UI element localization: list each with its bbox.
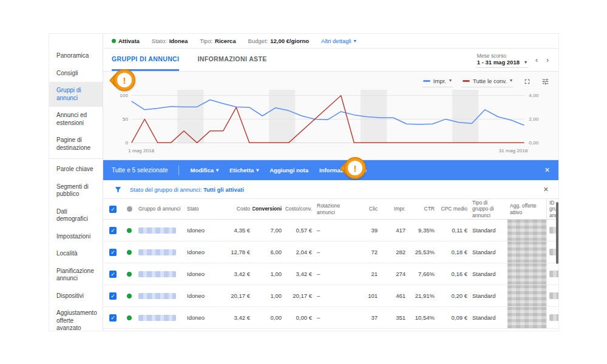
tabs: GRUPPI DI ANNUNCI INFORMAZIONI ASTE (112, 49, 267, 71)
date-range-button[interactable]: Mese scorso 1 - 31 mag 2018 ▾ (476, 52, 528, 68)
cell-clic: 37 (350, 314, 380, 321)
chart-section: Impr. ▾ Tutte le conv. ▾ 1005004,002,000… (103, 72, 558, 160)
menu-modifica[interactable]: Modifica ▾ (190, 167, 219, 174)
ad-group-name-redacted[interactable] (138, 293, 176, 299)
svg-text:100: 100 (120, 93, 128, 98)
ad-group-id-redacted (549, 314, 559, 321)
row-checkbox[interactable]: ✓ (109, 227, 117, 234)
ad-group-name-redacted[interactable] (138, 249, 176, 255)
campaign-status: Attivata (112, 38, 140, 44)
column-header-6[interactable]: Clic (350, 206, 380, 212)
sidebar-item-dati-demografici[interactable]: Dati demografici (49, 203, 103, 228)
cell-stato: Idoneo (185, 314, 219, 321)
row-checkbox[interactable]: ✓ (109, 249, 117, 256)
annotation-callout-ad-groups: ! (111, 69, 135, 91)
menu-aggiungi-nota[interactable]: Aggiungi nota (270, 167, 308, 174)
sidebar-item-pianificazione-annunci[interactable]: Pianificazione annunci (49, 263, 103, 288)
svg-text:50: 50 (123, 116, 129, 122)
column-header-10[interactable]: Tipo di gruppo di annunci (470, 200, 507, 218)
stato-value: Idonea (169, 38, 188, 44)
sidebar-item-dispositivi[interactable]: Dispositivi (49, 288, 103, 305)
filter-funnel-icon[interactable] (113, 184, 123, 194)
sidebar-item-panoramica[interactable]: Panoramica (49, 47, 103, 65)
row-checkbox[interactable]: ✓ (109, 314, 117, 322)
svg-text:0: 0 (125, 140, 128, 146)
sidebar-item-consigli[interactable]: Consigli (49, 65, 103, 83)
table-header: ✓ Gruppo di annunciStatoCostoConversioni… (103, 199, 558, 220)
cell-stato: Idoneo (185, 249, 219, 255)
column-header-3[interactable]: Conversioni (253, 206, 284, 212)
sidebar-item-parole-chiave[interactable]: Parole chiave (49, 161, 103, 178)
svg-text:1 mag 2018: 1 mag 2018 (128, 149, 155, 154)
enabled-status-dot (127, 228, 132, 233)
menu-etichetta[interactable]: Etichetta ▾ (229, 167, 259, 174)
remove-filter-icon[interactable]: ✕ (543, 186, 549, 194)
cell-tipo: Standard (470, 227, 507, 234)
campaign-status-label: Attivata (118, 38, 140, 44)
row-checkbox-cell: ✓ (103, 314, 123, 322)
cell-costo: 3,42 € (219, 271, 253, 277)
sidebar-item-annunci-ed-estensioni[interactable]: Annunci ed estensioni (49, 107, 103, 132)
column-header-5[interactable]: Rotazione annunci (314, 203, 350, 215)
ad-group-name-redacted[interactable] (138, 228, 176, 234)
ad-group-id-cell (546, 285, 559, 306)
tab-gruppi-di-annunci[interactable]: GRUPPI DI ANNUNCI (112, 49, 179, 71)
sidebar-item-pagine-di-destinazione[interactable]: Pagine di destinazione (49, 132, 103, 157)
bid-adjustment-redacted (507, 220, 546, 241)
svg-text:4,00: 4,00 (529, 93, 538, 98)
column-header-11[interactable]: Agg. offerte attivo (507, 199, 546, 219)
campaign-tipo: Tipo: Ricerca (200, 38, 236, 44)
tab-informazioni-aste[interactable]: INFORMAZIONI ASTE (197, 49, 266, 71)
cell-impr: 461 (380, 292, 408, 299)
column-header-7[interactable]: Impr. (380, 206, 408, 212)
date-prev-button[interactable]: ‹ (534, 56, 539, 64)
column-header-9[interactable]: CPC medio (437, 206, 470, 212)
metric-select-impressions[interactable]: Impr. ▾ (422, 76, 453, 87)
vertical-scrollbar[interactable] (556, 202, 558, 264)
row-checkbox[interactable]: ✓ (109, 292, 117, 300)
ad-group-name-redacted[interactable] (138, 271, 176, 277)
sidebar-item-gruppi-di-annunci[interactable]: Gruppi di annunci (49, 82, 103, 107)
ad-group-name-cell (136, 271, 185, 277)
select-all-checkbox[interactable]: ✓ (109, 206, 117, 213)
metric-select-conversions[interactable]: Tutte le conv. ▾ (461, 76, 514, 87)
ad-group-name-redacted[interactable] (138, 315, 176, 321)
exclamation-mark: ! (348, 161, 362, 175)
other-details-link[interactable]: Altri dettagli ▾ (321, 38, 356, 44)
cell-conversioni: 7,00 (253, 227, 284, 234)
sidebar-item-segmenti-di-pubblico[interactable]: Segmenti di pubblico (49, 178, 103, 203)
cell-cpc: 0,16 € (437, 271, 470, 277)
chart-settings-icon[interactable] (540, 77, 550, 87)
close-selection-bar-icon[interactable]: ✕ (544, 166, 550, 174)
header-checkbox-cell: ✓ (103, 206, 123, 213)
campaign-status-bar: Attivata Stato: Idonea Tipo: Ricerca Bud… (103, 34, 558, 49)
tipo-value: Ricerca (215, 38, 236, 44)
column-header-8[interactable]: CTR (408, 206, 437, 212)
cell-costo: 12,78 € (219, 249, 253, 255)
filter-chip[interactable]: Stato del gruppo di annunci: Tutti gli a… (130, 186, 244, 193)
ad-group-id-redacted (549, 271, 559, 277)
selection-count: Tutte e 5 selezionate (112, 167, 168, 174)
column-header-1[interactable]: Stato (185, 206, 219, 212)
sidebar-item-aggiustamento-offerte-avanzato[interactable]: Aggiustamento offerte avanzato (49, 305, 103, 331)
tab-row: GRUPPI DI ANNUNCI INFORMAZIONI ASTE Mese… (103, 49, 558, 72)
cell-costo: 4,35 € (219, 227, 253, 234)
chevron-down-icon: ▾ (449, 78, 452, 83)
cell-costo_conv: 0,00 € (284, 314, 314, 321)
chevron-down-icon: ▾ (256, 168, 259, 173)
cell-ctr: 7,66% (408, 271, 437, 277)
bid-adjustment-redacted (507, 285, 546, 306)
performance-chart[interactable]: 1005004,002,000,001 mag 201831 mag 2018 (112, 90, 550, 158)
budget-value: 12,00 €/giorno (270, 38, 309, 44)
chart-controls: Impr. ▾ Tutte le conv. ▾ (112, 73, 550, 90)
svg-text:31 mag 2018: 31 mag 2018 (499, 149, 528, 154)
sidebar-item-localit-[interactable]: Località (49, 245, 103, 263)
fullscreen-icon[interactable] (522, 77, 532, 87)
sidebar-item-impostazioni[interactable]: Impostazioni (49, 228, 103, 246)
column-header-4[interactable]: Costo/conv. (284, 206, 314, 212)
date-next-button[interactable]: › (545, 56, 550, 64)
column-header-2[interactable]: Costo (219, 206, 253, 212)
column-header-0[interactable]: Gruppo di annunci (136, 206, 185, 212)
bid-adjustment-cell (507, 220, 546, 241)
row-checkbox[interactable]: ✓ (109, 271, 117, 278)
